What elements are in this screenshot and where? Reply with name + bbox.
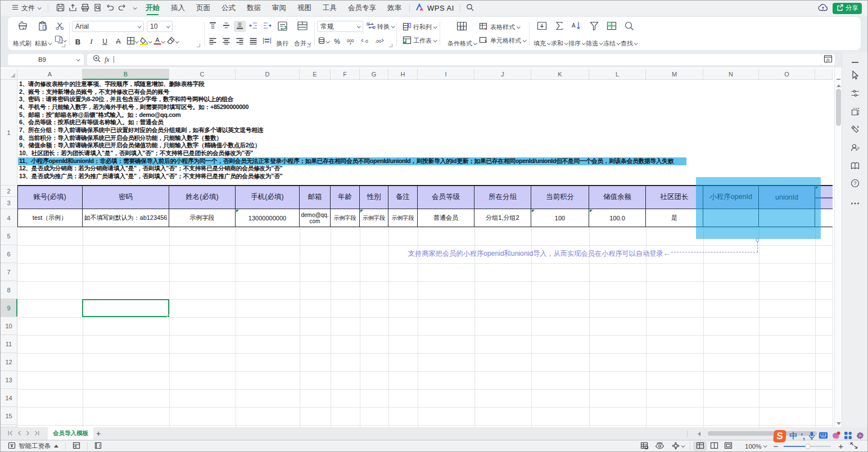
- zoom-slider-knob[interactable]: [805, 444, 811, 449]
- decrease-decimal-button[interactable]: .0: [359, 36, 371, 47]
- alignment-dialog-launcher[interactable]: [306, 43, 311, 48]
- row-header-14[interactable]: 14: [1, 389, 17, 407]
- distributed-button[interactable]: [261, 36, 273, 47]
- ribbon-tab-公式[interactable]: 公式: [216, 1, 241, 16]
- font-name-select[interactable]: Arial: [72, 21, 144, 32]
- convert-button[interactable]: 转换: [367, 22, 394, 31]
- ime-settings-icon[interactable]: [856, 431, 864, 442]
- table-lookup-icon[interactable]: [640, 442, 649, 451]
- prev-sheet-button[interactable]: [17, 430, 21, 437]
- column-header-B[interactable]: B: [83, 69, 169, 80]
- first-sheet-button[interactable]: [8, 430, 13, 437]
- clipboard-dialog-launcher[interactable]: [61, 43, 66, 48]
- row-header-1[interactable]: 1: [1, 80, 17, 186]
- pointer-tool-button[interactable]: [847, 68, 863, 84]
- freeze-button[interactable]: 冻结: [603, 19, 620, 49]
- undo-button[interactable]: [104, 3, 115, 14]
- smart-salary-label[interactable]: 智能工资条: [19, 442, 51, 450]
- sheet-tab-active[interactable]: 会员导入模板: [48, 427, 93, 440]
- column-header-F[interactable]: F: [331, 69, 360, 80]
- table-value-D[interactable]: 13000000000: [236, 209, 300, 227]
- highlight-rectangle[interactable]: [696, 177, 821, 239]
- split-handle[interactable]: [837, 79, 840, 80]
- number-format-select[interactable]: 常规: [317, 21, 363, 32]
- align-right-button[interactable]: [234, 36, 246, 47]
- ribbon-tab-会员专享[interactable]: 会员专享: [342, 1, 382, 16]
- row-header-7[interactable]: 7: [1, 263, 17, 281]
- column-header-E[interactable]: E: [300, 69, 331, 80]
- ribbon-tab-页面[interactable]: 页面: [191, 1, 216, 16]
- table-value-J[interactable]: 分组1,分组2: [474, 209, 531, 227]
- cell-style-button[interactable]: 单元格样式: [479, 36, 526, 46]
- print-button[interactable]: [79, 3, 91, 14]
- column-header-M[interactable]: M: [646, 69, 703, 80]
- borders-button[interactable]: [126, 36, 138, 47]
- increase-indent-button[interactable]: [261, 21, 273, 32]
- decrease-font-button[interactable]: [190, 21, 202, 32]
- ribbon-tab-数据[interactable]: 数据: [241, 1, 266, 16]
- increase-decimal-button[interactable]: .00: [373, 36, 385, 47]
- tools-pane-button[interactable]: [847, 123, 863, 138]
- ime-toolbox-icon[interactable]: [844, 431, 852, 442]
- table-header-I[interactable]: 会员等级: [418, 186, 474, 209]
- next-sheet-button[interactable]: [26, 430, 30, 437]
- thousands-button[interactable]: 000: [345, 36, 357, 47]
- row-header-15[interactable]: 15: [1, 407, 17, 425]
- file-menu[interactable]: 文件: [8, 2, 44, 15]
- selection-pane-button[interactable]: [847, 105, 863, 120]
- table-header-H[interactable]: 备注: [388, 186, 418, 209]
- selected-cell-b9[interactable]: [82, 299, 169, 317]
- column-header-H[interactable]: H: [388, 69, 418, 80]
- table-value-B[interactable]: 如不填写则默认为：ab123456: [83, 209, 169, 227]
- sort-button[interactable]: A 排序: [568, 19, 585, 49]
- sum-button[interactable]: 求和: [550, 19, 568, 49]
- table-header-B[interactable]: 密码: [83, 186, 169, 209]
- cloud-upload-button[interactable]: [818, 3, 828, 13]
- table-value-H[interactable]: 示例字段: [388, 209, 418, 227]
- ribbon-tab-视图[interactable]: 视图: [292, 1, 317, 16]
- select-all-corner[interactable]: [1, 69, 17, 80]
- contact-support-button[interactable]: [847, 141, 863, 156]
- ime-keyboard-icon[interactable]: [819, 431, 828, 441]
- search-button[interactable]: [466, 3, 474, 13]
- ime-punct-toggle[interactable]: ’,: [801, 432, 805, 441]
- print-preview-button[interactable]: [92, 3, 103, 14]
- zoom-level-select[interactable]: 100%: [745, 443, 766, 450]
- row-header-8[interactable]: 8: [1, 281, 17, 299]
- font-size-select[interactable]: 10: [147, 21, 173, 32]
- table-header-D[interactable]: 手机(必填): [236, 186, 300, 209]
- align-middle-button[interactable]: [220, 21, 232, 32]
- row-header-5[interactable]: 5: [1, 227, 17, 245]
- ribbon-tab-审阅[interactable]: 审阅: [266, 1, 292, 16]
- table-header-J[interactable]: 所在分组: [474, 186, 531, 209]
- table-value-E[interactable]: demo@qq.com: [300, 209, 331, 227]
- more-tools-button[interactable]: [847, 194, 863, 210]
- table-value-I[interactable]: 普通会员: [418, 209, 474, 227]
- fx-panel-button[interactable]: fx: [821, 54, 835, 65]
- ime-mic-icon[interactable]: [808, 431, 815, 442]
- scroll-down-arrow[interactable]: [837, 422, 841, 425]
- worksheet-button[interactable]: 工作表: [403, 36, 436, 46]
- increase-font-button[interactable]: [175, 21, 187, 32]
- table-header-G[interactable]: 性别: [360, 186, 388, 209]
- add-sheet-button[interactable]: +: [96, 429, 101, 438]
- column-header-C[interactable]: C: [169, 69, 236, 80]
- column-header-D[interactable]: D: [236, 69, 300, 80]
- scroll-up-arrow[interactable]: [837, 84, 841, 87]
- clear-format-button[interactable]: [166, 36, 178, 47]
- vertical-scroll-thumb[interactable]: [836, 89, 841, 126]
- row-header-9[interactable]: 9: [1, 299, 17, 317]
- column-header-L[interactable]: L: [589, 69, 646, 80]
- percent-button[interactable]: %: [331, 36, 343, 47]
- wrap-text-button[interactable]: 换行: [273, 19, 292, 49]
- ribbon-tab-工具[interactable]: 工具: [317, 1, 342, 16]
- row-header-6[interactable]: 6: [1, 245, 17, 263]
- strikethrough-button[interactable]: A: [112, 36, 124, 47]
- rows-cols-button[interactable]: 行和列: [403, 22, 436, 32]
- font-color-button[interactable]: A: [153, 36, 165, 47]
- table-header-F[interactable]: 年龄: [331, 186, 360, 209]
- cut-button[interactable]: [54, 21, 66, 33]
- properties-button[interactable]: [847, 87, 863, 102]
- table-header-K[interactable]: 当前积分: [531, 186, 589, 209]
- row-header-2[interactable]: 2: [1, 186, 17, 197]
